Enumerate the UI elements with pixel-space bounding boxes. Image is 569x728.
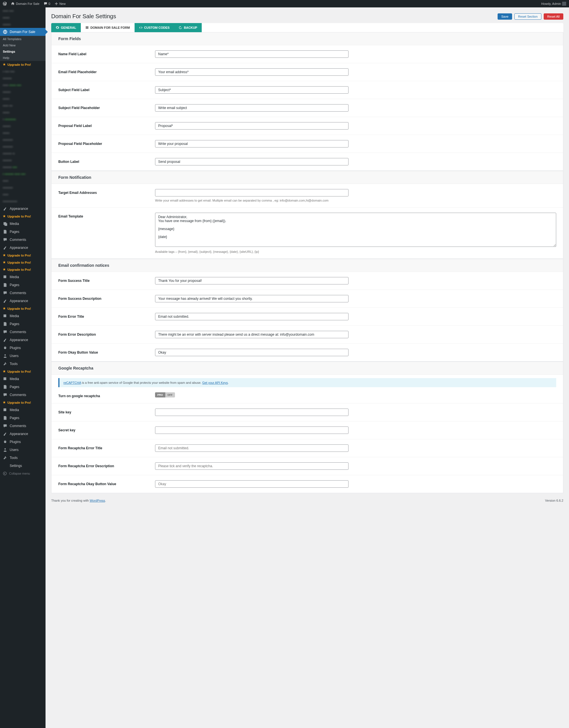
- input-error-desc[interactable]: [155, 331, 348, 338]
- menu-comments[interactable]: Comments: [0, 236, 46, 244]
- input-name-field-label[interactable]: [155, 50, 348, 58]
- upgrade-link[interactable]: ★Upgrade to Pro!: [0, 61, 46, 68]
- input-email-placeholder[interactable]: [155, 68, 348, 76]
- tab-general[interactable]: GENERAL: [51, 23, 81, 32]
- upgrade-link-5[interactable]: ★Upgrade to Pro!: [0, 266, 46, 273]
- input-success-title[interactable]: [155, 277, 348, 284]
- menu-pages-2[interactable]: Pages: [0, 281, 46, 289]
- reset-all-button[interactable]: Reset All: [544, 13, 563, 20]
- toggle-recaptcha[interactable]: PROOFF: [155, 392, 175, 397]
- submenu-help[interactable]: Help: [0, 55, 46, 61]
- upgrade-link-3[interactable]: ★Upgrade to Pro!: [0, 252, 46, 259]
- menu-tools[interactable]: Tools: [0, 360, 46, 368]
- menu-appearance-3[interactable]: Appearance: [0, 297, 46, 305]
- label-turn-on-recaptcha: Turn on google recaptcha: [58, 392, 155, 398]
- tab-form[interactable]: DOMAIN FOR SALE FORM: [81, 23, 135, 32]
- media-icon: [3, 222, 7, 226]
- label-email-template: Email Template: [58, 213, 155, 218]
- input-subject-placeholder[interactable]: [155, 104, 348, 112]
- svg-point-2: [5, 448, 6, 450]
- tab-custom-codes[interactable]: CUSTOM CODES: [135, 23, 175, 32]
- input-recaptcha-err-title[interactable]: [155, 444, 348, 452]
- reset-section-button[interactable]: Reset Section: [514, 13, 541, 20]
- upgrade-link-6[interactable]: ★Upgrade to Pro!: [0, 305, 46, 312]
- comment-icon: [3, 424, 7, 428]
- tab-backup[interactable]: BACKUP: [174, 23, 202, 32]
- menu-comments-4[interactable]: Comments: [0, 391, 46, 399]
- menu-plugins-2[interactable]: Plugins: [0, 438, 46, 446]
- media-icon: [3, 377, 7, 381]
- form-icon: [85, 26, 89, 29]
- menu-media[interactable]: Media: [0, 220, 46, 228]
- collapse-menu[interactable]: Collapse menu: [0, 470, 46, 477]
- new-link[interactable]: New: [54, 2, 66, 6]
- page-icon: [3, 322, 7, 326]
- menu-comments-5[interactable]: Comments: [0, 422, 46, 430]
- menu-pages-5[interactable]: Pages: [0, 414, 46, 422]
- account-link[interactable]: Howdy, Admin: [541, 2, 566, 6]
- input-proposal-placeholder[interactable]: [155, 140, 348, 147]
- save-button[interactable]: Save: [498, 13, 512, 20]
- sliders-icon: [3, 464, 7, 468]
- brush-icon: [3, 206, 7, 211]
- input-error-title[interactable]: [155, 313, 348, 320]
- page-title: Domain For Sale Settings: [51, 13, 116, 20]
- menu-appearance-4[interactable]: Appearance: [0, 336, 46, 344]
- menu-pages-3[interactable]: Pages: [0, 320, 46, 328]
- submenu-add-new[interactable]: Add New: [0, 42, 46, 48]
- menu-appearance-2[interactable]: Appearance: [0, 244, 46, 252]
- sidebar-current-plugin[interactable]: Domain For Sale: [0, 28, 46, 36]
- section-title-notification: Form Notification: [52, 171, 563, 184]
- input-button-label[interactable]: [155, 158, 348, 165]
- input-target-email[interactable]: [155, 189, 348, 196]
- brush-icon: [3, 432, 7, 436]
- input-recaptcha-err-desc[interactable]: [155, 462, 348, 470]
- comments-link[interactable]: 0: [44, 2, 50, 6]
- menu-comments-2[interactable]: Comments: [0, 289, 46, 297]
- menu-comments-3[interactable]: Comments: [0, 328, 46, 336]
- menu-tools-2[interactable]: Tools: [0, 454, 46, 462]
- submenu-settings[interactable]: Settings: [0, 48, 46, 55]
- submenu-all-templates[interactable]: All Templates: [0, 36, 46, 42]
- star-icon: ★: [3, 214, 6, 218]
- plugin-icon: [3, 440, 7, 444]
- upgrade-link-8[interactable]: ★Upgrade to Pro!: [0, 399, 46, 406]
- globe-icon: [3, 30, 7, 34]
- site-name-link[interactable]: Domain For Sale: [11, 2, 40, 6]
- api-keys-link[interactable]: Get your API Keys: [202, 381, 228, 384]
- users-icon: [3, 448, 7, 452]
- menu-media-5[interactable]: Media: [0, 406, 46, 414]
- recaptcha-link[interactable]: reCAPTCHA: [63, 381, 81, 384]
- menu-pages[interactable]: Pages: [0, 228, 46, 236]
- label-button: Button Label: [58, 158, 155, 164]
- menu-settings[interactable]: Settings: [0, 462, 46, 470]
- input-proposal-label[interactable]: [155, 122, 348, 130]
- upgrade-link-2[interactable]: ★Upgrade to Pro!: [0, 213, 46, 220]
- input-secret-key[interactable]: [155, 426, 348, 434]
- input-success-desc[interactable]: [155, 295, 348, 302]
- upgrade-link-7[interactable]: ★Upgrade to Pro!: [0, 368, 46, 375]
- menu-users-2[interactable]: Users: [0, 446, 46, 454]
- menu-users[interactable]: Users: [0, 352, 46, 360]
- label-proposal-ph: Proposal Field Placeholder: [58, 140, 155, 146]
- label-target-email: Target Email Addresses: [58, 189, 155, 195]
- input-okay-btn[interactable]: [155, 349, 348, 356]
- menu-plugins[interactable]: Plugins: [0, 344, 46, 352]
- menu-media-3[interactable]: Media: [0, 312, 46, 320]
- menu-media-4[interactable]: Media: [0, 375, 46, 383]
- menu-pages-4[interactable]: Pages: [0, 383, 46, 391]
- menu-media-2[interactable]: Media: [0, 273, 46, 281]
- upgrade-link-4[interactable]: ★Upgrade to Pro!: [0, 259, 46, 266]
- menu-appearance[interactable]: Appearance: [0, 205, 46, 213]
- menu-appearance-5[interactable]: Appearance: [0, 430, 46, 438]
- wordpress-icon: [3, 2, 7, 6]
- wp-logo[interactable]: [3, 2, 7, 6]
- label-success-desc: Form Success Description: [58, 295, 155, 301]
- wordpress-link[interactable]: WordPress: [90, 499, 105, 502]
- section-title-recaptcha: Google Recaptcha: [52, 362, 563, 375]
- input-site-key[interactable]: [155, 409, 348, 416]
- input-subject-label[interactable]: [155, 86, 348, 94]
- label-recaptcha-okay: Form Recaptcha Okay Button Value: [58, 480, 155, 486]
- textarea-email-template[interactable]: [155, 213, 556, 247]
- input-recaptcha-okay[interactable]: [155, 480, 348, 488]
